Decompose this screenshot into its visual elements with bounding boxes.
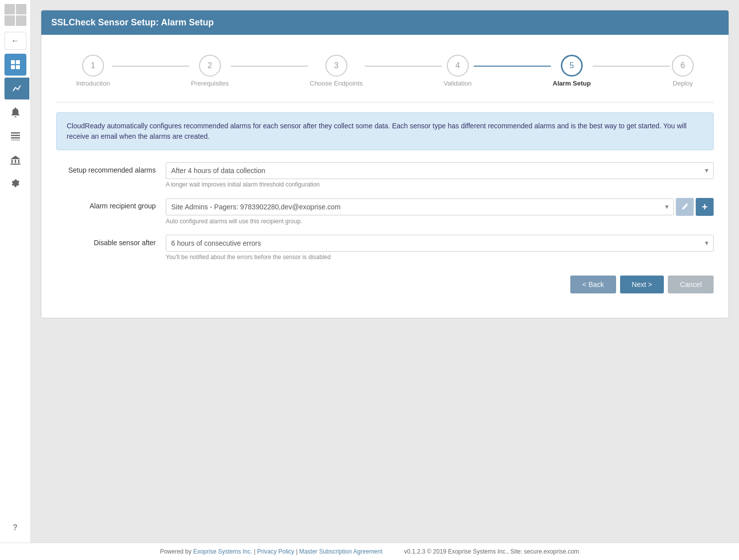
sidebar-item-help[interactable]: ? [4,517,26,539]
step-5-label: Alarm Setup [553,80,591,87]
svg-rect-3 [16,65,20,69]
connector-1-2 [112,66,189,67]
svg-rect-5 [11,135,20,136]
footer-version: v0.1.2.3 © 2019 Exoprise Systems Inc., S… [404,548,579,555]
recommended-alarms-hint: A longer wait improves initial alarm thr… [166,181,714,188]
recipient-select-wrap: Site Admins - Pagers: 9783902280,dev@exo… [166,198,674,215]
step-4-label: Validation [444,80,472,87]
step-1-label: Introduction [76,80,110,87]
step-2: 2 Prerequisites [191,55,229,87]
svg-rect-6 [11,137,20,139]
powered-by-text: Powered by [160,548,191,555]
recipient-group-label: Alarm recipient group [56,198,166,210]
recipient-group-control: Site Admins - Pagers: 9783902280,dev@exo… [166,198,714,225]
step-6: 6 Deploy [672,55,694,87]
svg-rect-1 [16,60,20,64]
step-6-circle: 6 [672,55,694,77]
privacy-link[interactable]: Privacy Policy [257,548,295,555]
disable-sensor-control: 1 hour of consecutive errors2 hours of c… [166,235,714,261]
app-logo [4,4,26,26]
recommended-alarms-row: Setup recommended alarms After 4 hours o… [56,162,714,188]
disable-sensor-row: Disable sensor after 1 hour of consecuti… [56,235,714,261]
add-recipient-button[interactable]: + [696,198,714,216]
back-button[interactable]: < Back [570,276,616,293]
svg-rect-9 [11,160,13,163]
step-5: 5 Alarm Setup [553,55,591,87]
sidebar-item-settings[interactable] [4,173,26,195]
recommended-alarms-select-wrap: After 4 hours of data collectionAfter 8 … [166,162,714,179]
sidebar-item-dashboard[interactable] [4,54,26,76]
sidebar-item-list[interactable] [4,125,26,147]
step-2-label: Prerequisites [191,80,229,87]
divider [56,102,714,102]
stepper: 1 Introduction 2 Prerequisites [56,45,714,97]
info-box: CloudReady automatically configures reco… [56,112,714,150]
svg-rect-2 [11,65,15,69]
svg-rect-10 [14,160,16,163]
panel-title: SSLCheck Sensor Setup: Alarm Setup [51,17,213,27]
step-3: 3 Choose Endpoints [310,55,363,87]
action-row: < Back Next > Cancel [56,271,714,293]
recommended-alarms-label: Setup recommended alarms [56,162,166,174]
step-1: 1 Introduction [76,55,110,87]
sidebar-item-chart[interactable] [4,78,29,99]
step-6-label: Deploy [673,80,693,87]
recipient-group-select[interactable]: Site Admins - Pagers: 9783902280,dev@exo… [166,198,674,215]
step-4: 4 Validation [444,55,472,87]
svg-rect-11 [18,160,19,163]
step-4-circle: 4 [447,55,469,77]
sidebar: ← ? [0,0,31,543]
step-5-circle: 5 [561,55,583,77]
company-link[interactable]: Exoprise Systems Inc. [193,548,252,555]
edit-recipient-button[interactable] [676,198,694,216]
step-3-circle: 3 [325,55,347,77]
recommended-alarms-control: After 4 hours of data collectionAfter 8 … [166,162,714,188]
svg-rect-7 [11,140,20,140]
connector-4-5 [474,66,551,67]
connector-2-3 [231,66,308,67]
setup-panel: SSLCheck Sensor Setup: Alarm Setup 1 Int… [41,10,729,318]
svg-rect-12 [10,164,20,165]
panel-body: 1 Introduction 2 Prerequisites [41,35,729,303]
disable-sensor-select-wrap: 1 hour of consecutive errors2 hours of c… [166,235,714,252]
sidebar-item-bank[interactable] [4,149,26,171]
connector-5-6 [593,66,670,67]
svg-rect-4 [11,132,20,134]
step-3-label: Choose Endpoints [310,80,363,87]
agreement-link[interactable]: Master Subscription Agreement [299,548,382,555]
footer: Powered by Exoprise Systems Inc. | Priva… [0,543,739,560]
recipient-wrap: Site Admins - Pagers: 9783902280,dev@exo… [166,198,714,216]
sidebar-item-alerts[interactable] [4,101,26,123]
svg-rect-0 [11,60,15,64]
main-content: SSLCheck Sensor Setup: Alarm Setup 1 Int… [31,0,739,543]
connector-3-4 [365,66,442,67]
step-1-circle: 1 [82,55,104,77]
disable-sensor-label: Disable sensor after [56,235,166,247]
disable-sensor-select[interactable]: 1 hour of consecutive errors2 hours of c… [166,235,714,252]
cancel-button[interactable]: Cancel [668,276,714,293]
sidebar-back-button[interactable]: ← [4,32,26,50]
next-button[interactable]: Next > [620,276,664,293]
recipient-group-hint: Auto configured alarms will use this rec… [166,218,714,225]
recipient-group-row: Alarm recipient group Site Admins - Page… [56,198,714,225]
panel-header: SSLCheck Sensor Setup: Alarm Setup [41,10,729,35]
svg-marker-8 [10,156,20,159]
info-text: CloudReady automatically configures reco… [67,122,687,140]
recommended-alarms-select[interactable]: After 4 hours of data collectionAfter 8 … [166,162,714,179]
disable-sensor-hint: You'll be notified about the errors befo… [166,254,714,261]
step-2-circle: 2 [199,55,221,77]
